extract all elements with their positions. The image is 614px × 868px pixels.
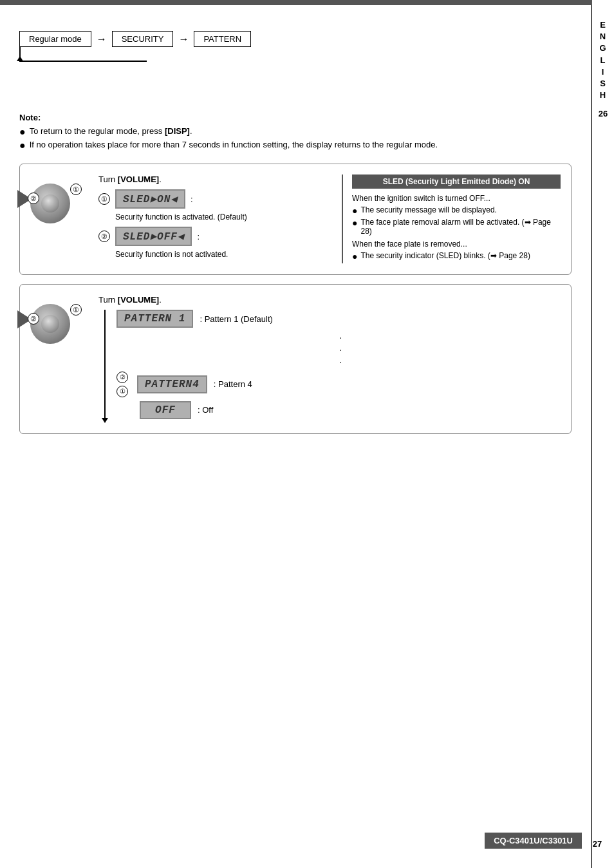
top-bar: [0, 0, 591, 5]
pattern-circle-2: ②: [116, 372, 128, 383]
bullet-icon: ●: [19, 127, 26, 137]
knob-graphic: [30, 184, 70, 223]
note-text-2: If no operation takes place for more tha…: [30, 140, 438, 149]
sled-on-display: SLED▶ON◀: [115, 189, 185, 209]
ignition-item-2: ● The face plate removal alarm will be a…: [352, 218, 561, 236]
sled-info-box: SLED (Security Light Emitted Diode) ON W…: [342, 175, 561, 263]
circle-1: ①: [98, 193, 110, 205]
off-desc: : Off: [198, 405, 213, 415]
dots-1: ···: [120, 332, 561, 369]
sled-off-display: SLED▶OFF◀: [115, 227, 192, 246]
pattern-instruction: Turn [VOLUME].: [98, 295, 561, 305]
pattern4-display: PATTERN4: [137, 375, 207, 393]
flow-pattern: PATTERN: [194, 31, 251, 47]
ignition-item-1: ● The security message will be displayed…: [352, 205, 561, 216]
note-item-1: ● To return to the regular mode, press […: [19, 126, 572, 137]
pattern1-row: PATTERN 1 : Pattern 1 (Default): [116, 310, 561, 328]
sled-title: SLED (Security Light Emitted Diode) ON: [352, 175, 561, 189]
pattern1-desc: : Pattern 1 (Default): [200, 314, 272, 324]
face-plate-label: When the face plate is removed...: [352, 240, 561, 249]
off-row: OFF : Off: [116, 401, 561, 419]
sled-off-row: ② SLED▶OFF◀ :: [98, 227, 331, 246]
flow-diagram: Regular mode → SECURITY → PATTERN: [19, 31, 251, 61]
pattern-content: Turn [VOLUME]. PATTERN 1 : Pattern 1 (De…: [98, 295, 561, 423]
flow-regular-mode: Regular mode: [19, 31, 91, 47]
sled-instruction: Turn [VOLUME].: [98, 175, 331, 184]
pattern4-row: ② ① PATTERN4 : Pattern 4: [116, 372, 561, 397]
pattern-knob-circle-2: ②: [28, 313, 39, 325]
sled-bullet-2: ●: [352, 218, 357, 228]
language-label: E N G L I S H: [599, 19, 606, 101]
pattern-knob-graphic: [30, 304, 70, 344]
face-plate-item-1: ● The security indicator (SLED) blinks. …: [352, 251, 561, 261]
sled-content: Turn [VOLUME]. ① SLED▶ON◀ : Security fun…: [98, 175, 331, 264]
sled-on-row: ① SLED▶ON◀ :: [98, 189, 331, 209]
flow-security: SECURITY: [112, 31, 174, 47]
ignition-off-label: When the ignition switch is turned OFF..…: [352, 194, 561, 203]
right-sidebar: E N G L I S H 26: [591, 0, 614, 868]
sled-bullet-1: ●: [352, 205, 357, 216]
note-section: Note: ● To return to the regular mode, p…: [19, 113, 572, 151]
sled-off-desc: Security function is not activated.: [115, 250, 331, 259]
pattern4-desc: : Pattern 4: [214, 379, 252, 389]
knob-circle-2: ②: [28, 193, 39, 204]
page-number: 27: [586, 839, 609, 849]
knob-circle-1: ①: [70, 184, 82, 195]
off-display: OFF: [140, 401, 191, 419]
pattern-circle-1-inner: ①: [116, 386, 128, 397]
sled-on-desc: Security function is activated. (Default…: [115, 212, 331, 222]
bullet-icon-2: ●: [19, 140, 26, 151]
knob-inner: [41, 194, 59, 212]
sled-section-box: ① ② Turn [VOLUME]. ① SLED▶ON◀ :: [19, 164, 572, 275]
note-title: Note:: [19, 113, 572, 122]
pattern-knob-inner: [41, 315, 59, 333]
pattern1-display: PATTERN 1: [116, 310, 193, 328]
pattern-knob-area: ① ②: [30, 295, 88, 344]
note-item-2: ● If no operation takes place for more t…: [19, 140, 572, 151]
model-number: CQ-C3401U/C3301U: [485, 833, 582, 849]
circle-2: ②: [98, 231, 110, 242]
sled-knob-area: ① ②: [30, 175, 88, 223]
pattern-section-box: ① ② Turn [VOLUME].: [19, 284, 572, 434]
main-content: Regular mode → SECURITY → PATTERN Note: …: [0, 5, 591, 456]
sidebar-page-number: 26: [599, 109, 608, 118]
flow-arrow-2: →: [178, 33, 189, 45]
flow-arrow-1: →: [97, 33, 107, 45]
pattern-knob-circle-1: ①: [70, 304, 82, 316]
sled-bullet-3: ●: [352, 251, 357, 261]
